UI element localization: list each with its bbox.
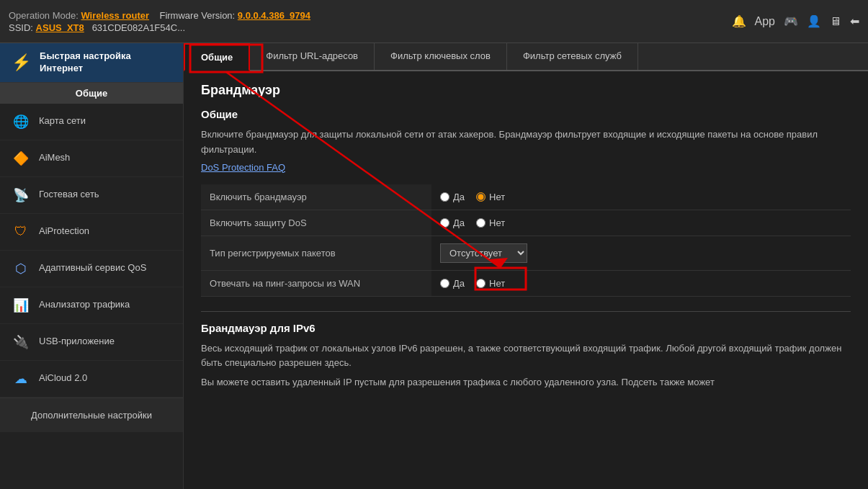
firewall-options: Да Нет xyxy=(431,184,851,210)
firewall-no-radio[interactable] xyxy=(476,192,486,202)
firewall-yes-radio[interactable] xyxy=(440,192,449,202)
gamepad-icon[interactable]: 🎮 xyxy=(784,14,798,28)
table-row-ping: Отвечать на пинг-запросы из WAN Да Нет xyxy=(201,270,851,296)
content-area: Общие Фильтр URL-адресов Фильтр ключевых… xyxy=(184,43,868,489)
user-icon[interactable]: 👤 xyxy=(807,14,821,28)
aicloud-icon: ☁ xyxy=(10,368,32,390)
sidebar-item-aicloud[interactable]: ☁ AiCloud 2.0 xyxy=(0,361,183,398)
usb-app-icon: 🔌 xyxy=(10,331,32,353)
ping-no-radio[interactable] xyxy=(476,279,486,288)
op-mode-label: Operation Mode: xyxy=(9,10,79,21)
ssid-line: SSID: ASUS_XT8 631CDE082A1F54C... xyxy=(9,22,310,33)
packet-log-options: Отсутствует Принятые Отклонённые Оба xyxy=(431,235,851,270)
header-icons: 🔔 App 🎮 👤 🖥 ⬅ xyxy=(732,14,859,28)
section1-title: Общие xyxy=(201,108,851,120)
guest-network-icon: 📡 xyxy=(10,184,32,206)
sidebar-item-qos[interactable]: ⬡ Адаптивный сервис QoS xyxy=(0,251,183,287)
ping-yes-radio[interactable] xyxy=(440,279,449,288)
sidebar-item-guest-network-label: Гостевая сеть xyxy=(39,189,99,201)
ping-no-option[interactable]: Нет xyxy=(476,278,505,289)
aiprotection-icon: 🛡 xyxy=(10,221,32,243)
ssid-label: SSID: xyxy=(9,22,33,33)
sidebar-item-network-map-label: Карта сети xyxy=(39,115,86,127)
ping-yes-option[interactable]: Да xyxy=(440,278,465,289)
quick-setup-icon: ⚡ xyxy=(10,51,32,74)
tab-general[interactable]: Общие xyxy=(184,43,250,71)
packet-log-label: Тип регистрируемых пакетов xyxy=(201,235,431,270)
sidebar-section-header: Общие xyxy=(0,83,183,104)
back-icon[interactable]: ⬅ xyxy=(850,14,859,28)
ping-no-label: Нет xyxy=(489,278,505,289)
dos-no-option[interactable]: Нет xyxy=(476,217,505,228)
section2-description2: Вы можете оставить удаленный IP пустым д… xyxy=(201,375,851,390)
dos-yes-option[interactable]: Да xyxy=(440,217,465,228)
traffic-analyzer-icon: 📊 xyxy=(10,295,32,316)
sidebar-item-guest-network[interactable]: 📡 Гостевая сеть xyxy=(0,177,183,214)
tabs-bar: Общие Фильтр URL-адресов Фильтр ключевых… xyxy=(184,43,868,71)
ping-yes-label: Да xyxy=(453,278,465,289)
section2-description1: Весь исходящий трафик от локальных узлов… xyxy=(201,341,851,372)
dos-yes-label: Да xyxy=(453,217,465,228)
dos-no-radio[interactable] xyxy=(476,218,486,228)
qos-icon: ⬡ xyxy=(10,258,32,279)
additional-settings-label: Дополнительные настройки xyxy=(31,410,152,421)
sidebar-item-aiprotection[interactable]: 🛡 AiProtection xyxy=(0,214,183,251)
header-info: Operation Mode: Wireless router Firmware… xyxy=(9,10,310,33)
ssid-extra: 631CDE082A1F54C... xyxy=(92,22,185,33)
top-header: Operation Mode: Wireless router Firmware… xyxy=(0,0,868,43)
sidebar-item-aimesh-label: AiMesh xyxy=(39,152,70,164)
page-wrapper: Operation Mode: Wireless router Firmware… xyxy=(0,0,868,489)
firewall-yes-label: Да xyxy=(453,192,465,202)
page-content: Брандмауэр Общие Включите брандмауэр для… xyxy=(184,71,868,406)
section2-title: Брандмауэр для IPv6 xyxy=(201,322,851,334)
bell-icon[interactable]: 🔔 xyxy=(732,14,746,28)
aimesh-icon: 🔶 xyxy=(10,148,32,169)
dos-no-label: Нет xyxy=(489,217,505,228)
table-row-dos: Включить защиту DoS Да Нет xyxy=(201,210,851,235)
sidebar-item-qos-label: Адаптивный сервис QoS xyxy=(39,262,146,274)
section1-description: Включите брандмауэр для защиты локальной… xyxy=(201,127,851,158)
sidebar-item-usb-app-label: USB-приложение xyxy=(39,336,115,348)
firewall-radio-group: Да Нет xyxy=(440,192,842,202)
ping-options: Да Нет xyxy=(431,270,851,296)
firmware-value[interactable]: 9.0.0.4.386_9794 xyxy=(238,10,310,21)
firewall-yes-option[interactable]: Да xyxy=(440,192,465,202)
ping-radio-group: Да Нет xyxy=(440,278,842,289)
operation-mode-line: Operation Mode: Wireless router Firmware… xyxy=(9,10,310,21)
main-title: Брандмауэр xyxy=(201,83,851,98)
packet-log-select[interactable]: Отсутствует Принятые Отклонённые Оба xyxy=(440,243,527,263)
sidebar-additional-settings[interactable]: Дополнительные настройки xyxy=(0,398,183,432)
sidebar-item-traffic-analyzer[interactable]: 📊 Анализатор трафика xyxy=(0,287,183,324)
table-row-packet-log: Тип регистрируемых пакетов Отсутствует П… xyxy=(201,235,851,270)
ssid-value[interactable]: ASUS_XT8 xyxy=(36,22,84,33)
ping-label: Отвечать на пинг-запросы из WAN xyxy=(201,270,431,296)
op-mode-value[interactable]: Wireless router xyxy=(81,10,149,21)
sidebar-item-network-map[interactable]: 🌐 Карта сети xyxy=(0,104,183,140)
tab-network-services-filter[interactable]: Фильтр сетевых служб xyxy=(507,43,638,70)
dos-yes-radio[interactable] xyxy=(440,218,449,228)
settings-table: Включить брандмауэр Да Нет xyxy=(201,184,851,297)
sidebar-item-traffic-analyzer-label: Анализатор трафика xyxy=(39,299,130,311)
table-row-firewall: Включить брандмауэр Да Нет xyxy=(201,184,851,210)
dos-label: Включить защиту DoS xyxy=(201,210,431,235)
main-layout: ⚡ Быстрая настройка Интернет Общие 🌐 Кар… xyxy=(0,43,868,489)
tab-keyword-filter[interactable]: Фильтр ключевых слов xyxy=(375,43,507,70)
quick-setup-label: Быстрая настройка Интернет xyxy=(40,50,173,75)
dos-options: Да Нет xyxy=(431,210,851,235)
firewall-label: Включить брандмауэр xyxy=(201,184,431,210)
faq-link[interactable]: DoS Protection FAQ xyxy=(201,162,285,173)
sidebar-item-aiprotection-label: AiProtection xyxy=(39,225,89,238)
sidebar: ⚡ Быстрая настройка Интернет Общие 🌐 Кар… xyxy=(0,43,184,489)
sidebar-item-aimesh[interactable]: 🔶 AiMesh xyxy=(0,140,183,177)
app-label[interactable]: App xyxy=(755,15,775,28)
firewall-no-label: Нет xyxy=(489,192,505,202)
tab-url-filter[interactable]: Фильтр URL-адресов xyxy=(250,43,375,70)
sidebar-item-usb-app[interactable]: 🔌 USB-приложение xyxy=(0,324,183,361)
sidebar-item-aicloud-label: AiCloud 2.0 xyxy=(39,372,87,385)
section-divider xyxy=(201,311,851,312)
dos-radio-group: Да Нет xyxy=(440,217,842,228)
monitor-icon[interactable]: 🖥 xyxy=(830,15,841,28)
sidebar-quick-setup[interactable]: ⚡ Быстрая настройка Интернет xyxy=(0,43,183,83)
firewall-no-option[interactable]: Нет xyxy=(476,192,505,202)
firmware-label: Firmware Version: xyxy=(159,10,235,21)
